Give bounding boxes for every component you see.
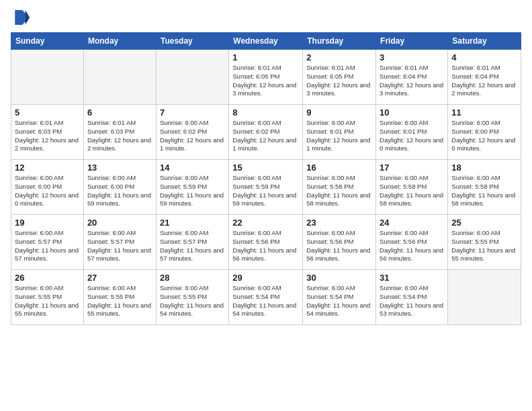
calendar-cell: 17Sunrise: 6:00 AM Sunset: 5:58 PM Dayli… (376, 160, 448, 215)
day-number: 27 (87, 273, 152, 283)
day-number: 29 (232, 273, 299, 283)
day-info: Sunrise: 6:00 AM Sunset: 5:54 PM Dayligh… (306, 284, 372, 318)
calendar-cell: 13Sunrise: 6:00 AM Sunset: 6:00 PM Dayli… (83, 160, 156, 215)
calendar-day-header: Sunday (11, 33, 84, 50)
day-info: Sunrise: 6:01 AM Sunset: 6:04 PM Dayligh… (451, 64, 517, 98)
calendar: SundayMondayTuesdayWednesdayThursdayFrid… (11, 32, 521, 325)
day-number: 8 (232, 107, 299, 118)
day-info: Sunrise: 6:00 AM Sunset: 6:02 PM Dayligh… (160, 119, 225, 153)
day-info: Sunrise: 6:00 AM Sunset: 5:56 PM Dayligh… (232, 229, 299, 263)
day-number: 30 (306, 273, 372, 283)
calendar-day-header: Friday (376, 33, 448, 50)
day-number: 9 (306, 107, 372, 118)
day-number: 24 (380, 218, 444, 228)
day-info: Sunrise: 6:00 AM Sunset: 6:00 PM Dayligh… (451, 119, 517, 153)
day-info: Sunrise: 6:00 AM Sunset: 5:59 PM Dayligh… (160, 174, 225, 208)
day-number: 20 (87, 218, 152, 228)
day-number: 31 (380, 273, 444, 283)
calendar-week-row: 26Sunrise: 6:00 AM Sunset: 5:55 PM Dayli… (11, 270, 521, 325)
calendar-cell: 21Sunrise: 6:00 AM Sunset: 5:57 PM Dayli… (156, 215, 228, 270)
calendar-cell: 12Sunrise: 6:00 AM Sunset: 6:00 PM Dayli… (11, 160, 84, 215)
day-number: 11 (451, 107, 517, 118)
page: SundayMondayTuesdayWednesdayThursdayFrid… (0, 0, 532, 411)
calendar-cell: 8Sunrise: 6:00 AM Sunset: 6:02 PM Daylig… (229, 105, 303, 160)
calendar-day-header: Saturday (448, 33, 521, 50)
calendar-cell: 5Sunrise: 6:01 AM Sunset: 6:03 PM Daylig… (11, 105, 84, 160)
calendar-cell: 11Sunrise: 6:00 AM Sunset: 6:00 PM Dayli… (448, 105, 521, 160)
day-number: 14 (160, 163, 225, 173)
calendar-cell: 31Sunrise: 6:00 AM Sunset: 5:54 PM Dayli… (376, 270, 448, 325)
calendar-cell: 24Sunrise: 6:00 AM Sunset: 5:56 PM Dayli… (376, 215, 448, 270)
calendar-cell (11, 50, 84, 105)
day-number: 6 (87, 107, 152, 118)
calendar-cell: 3Sunrise: 6:01 AM Sunset: 6:04 PM Daylig… (376, 50, 448, 105)
calendar-cell: 10Sunrise: 6:00 AM Sunset: 6:01 PM Dayli… (376, 105, 448, 160)
day-number: 17 (380, 163, 444, 173)
day-info: Sunrise: 6:00 AM Sunset: 5:58 PM Dayligh… (380, 174, 444, 208)
day-number: 16 (306, 163, 372, 173)
day-number: 15 (232, 163, 299, 173)
calendar-cell: 15Sunrise: 6:00 AM Sunset: 5:59 PM Dayli… (229, 160, 303, 215)
day-info: Sunrise: 6:00 AM Sunset: 5:55 PM Dayligh… (87, 284, 152, 318)
header (11, 8, 521, 27)
day-info: Sunrise: 6:00 AM Sunset: 5:57 PM Dayligh… (15, 229, 80, 263)
day-info: Sunrise: 6:00 AM Sunset: 6:00 PM Dayligh… (15, 174, 80, 208)
day-info: Sunrise: 6:01 AM Sunset: 6:03 PM Dayligh… (15, 119, 80, 153)
calendar-week-row: 12Sunrise: 6:00 AM Sunset: 6:00 PM Dayli… (11, 160, 521, 215)
day-info: Sunrise: 6:00 AM Sunset: 5:56 PM Dayligh… (306, 229, 372, 263)
day-number: 10 (380, 107, 444, 118)
calendar-cell: 20Sunrise: 6:00 AM Sunset: 5:57 PM Dayli… (83, 215, 156, 270)
day-info: Sunrise: 6:00 AM Sunset: 5:55 PM Dayligh… (15, 284, 80, 318)
calendar-cell: 19Sunrise: 6:00 AM Sunset: 5:57 PM Dayli… (11, 215, 84, 270)
calendar-cell: 9Sunrise: 6:00 AM Sunset: 6:01 PM Daylig… (303, 105, 376, 160)
calendar-cell (83, 50, 156, 105)
calendar-week-row: 19Sunrise: 6:00 AM Sunset: 5:57 PM Dayli… (11, 215, 521, 270)
day-info: Sunrise: 6:00 AM Sunset: 5:58 PM Dayligh… (451, 174, 517, 208)
calendar-header-row: SundayMondayTuesdayWednesdayThursdayFrid… (11, 33, 521, 50)
day-number: 7 (160, 107, 225, 118)
day-number: 25 (451, 218, 517, 228)
calendar-cell: 22Sunrise: 6:00 AM Sunset: 5:56 PM Dayli… (229, 215, 303, 270)
calendar-cell: 26Sunrise: 6:00 AM Sunset: 5:55 PM Dayli… (11, 270, 84, 325)
calendar-day-header: Wednesday (229, 33, 303, 50)
calendar-cell: 14Sunrise: 6:00 AM Sunset: 5:59 PM Dayli… (156, 160, 228, 215)
day-number: 5 (15, 107, 80, 118)
day-number: 18 (451, 163, 517, 173)
calendar-day-header: Thursday (303, 33, 376, 50)
svg-marker-1 (26, 10, 30, 25)
day-info: Sunrise: 6:00 AM Sunset: 5:56 PM Dayligh… (380, 229, 444, 263)
calendar-day-header: Monday (83, 33, 156, 50)
calendar-cell: 1Sunrise: 6:01 AM Sunset: 6:05 PM Daylig… (229, 50, 303, 105)
calendar-cell: 29Sunrise: 6:00 AM Sunset: 5:54 PM Dayli… (229, 270, 303, 325)
day-number: 28 (160, 273, 225, 283)
day-info: Sunrise: 6:01 AM Sunset: 6:05 PM Dayligh… (232, 64, 299, 98)
calendar-cell (156, 50, 228, 105)
calendar-week-row: 5Sunrise: 6:01 AM Sunset: 6:03 PM Daylig… (11, 105, 521, 160)
day-info: Sunrise: 6:00 AM Sunset: 5:55 PM Dayligh… (451, 229, 517, 263)
day-number: 3 (380, 52, 444, 62)
calendar-cell: 7Sunrise: 6:00 AM Sunset: 6:02 PM Daylig… (156, 105, 228, 160)
calendar-day-header: Tuesday (156, 33, 228, 50)
day-number: 2 (306, 52, 372, 62)
day-number: 4 (451, 52, 517, 62)
day-info: Sunrise: 6:00 AM Sunset: 5:59 PM Dayligh… (232, 174, 299, 208)
day-info: Sunrise: 6:00 AM Sunset: 6:01 PM Dayligh… (306, 119, 372, 153)
calendar-cell: 27Sunrise: 6:00 AM Sunset: 5:55 PM Dayli… (83, 270, 156, 325)
day-info: Sunrise: 6:01 AM Sunset: 6:05 PM Dayligh… (306, 64, 372, 98)
day-info: Sunrise: 6:00 AM Sunset: 5:55 PM Dayligh… (160, 284, 225, 318)
calendar-cell: 6Sunrise: 6:01 AM Sunset: 6:03 PM Daylig… (83, 105, 156, 160)
day-info: Sunrise: 6:00 AM Sunset: 5:57 PM Dayligh… (87, 229, 152, 263)
logo (11, 8, 32, 27)
calendar-cell: 30Sunrise: 6:00 AM Sunset: 5:54 PM Dayli… (303, 270, 376, 325)
calendar-cell: 4Sunrise: 6:01 AM Sunset: 6:04 PM Daylig… (448, 50, 521, 105)
day-info: Sunrise: 6:01 AM Sunset: 6:03 PM Dayligh… (87, 119, 152, 153)
day-info: Sunrise: 6:00 AM Sunset: 6:02 PM Dayligh… (232, 119, 299, 153)
calendar-cell: 16Sunrise: 6:00 AM Sunset: 5:58 PM Dayli… (303, 160, 376, 215)
day-number: 1 (232, 52, 299, 62)
day-number: 26 (15, 273, 80, 283)
day-info: Sunrise: 6:00 AM Sunset: 5:57 PM Dayligh… (160, 229, 225, 263)
day-number: 23 (306, 218, 372, 228)
calendar-cell (448, 270, 521, 325)
day-info: Sunrise: 6:01 AM Sunset: 6:04 PM Dayligh… (380, 64, 444, 98)
day-number: 13 (87, 163, 152, 173)
